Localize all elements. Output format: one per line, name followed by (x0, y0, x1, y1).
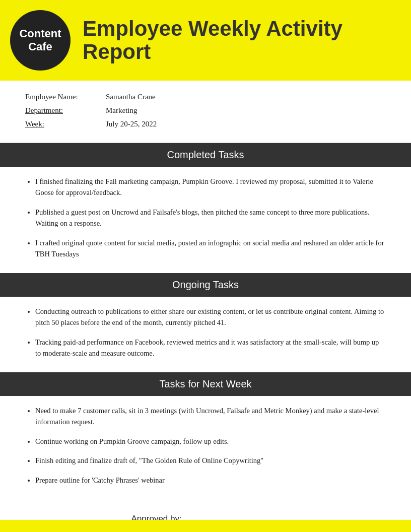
employee-value: Samantha Crane (106, 93, 156, 101)
department-label: Department: (25, 106, 106, 115)
department-value: Marketing (106, 106, 137, 115)
completed-tasks-header: Completed Tasks (0, 143, 411, 167)
week-label: Week: (25, 120, 106, 128)
week-row: Week: July 20-25, 2022 (25, 120, 386, 128)
list-item: Continue working on Pumpkin Groove campa… (35, 436, 386, 447)
department-row: Department: Marketing (25, 106, 386, 115)
list-item: Published a guest post on Uncrowd and Fa… (35, 207, 386, 229)
next-week-tasks-header: Tasks for Next Week (0, 372, 411, 396)
ongoing-tasks-list: Conducting outreach to publications to e… (0, 297, 411, 372)
info-section: Employee Name: Samantha Crane Department… (0, 81, 411, 143)
list-item: Prepare outline for 'Catchy Phrases' web… (35, 475, 386, 486)
week-value: July 20-25, 2022 (106, 120, 157, 128)
list-item: Conducting outreach to publications to e… (35, 306, 386, 328)
employee-row: Employee Name: Samantha Crane (25, 93, 386, 101)
logo-line2: Cafe (28, 40, 52, 53)
list-item: I crafted original quote content for soc… (35, 237, 386, 260)
bottom-bar (0, 520, 411, 532)
report-title: Employee Weekly Activity Report (83, 17, 397, 63)
list-item: Finish editing and finalize draft of, "T… (35, 455, 386, 466)
list-item: Need to make 7 customer calls, sit in 3 … (35, 405, 386, 428)
logo: Content Cafe (10, 10, 71, 71)
logo-line1: Content (19, 27, 61, 40)
next-week-tasks-list: Need to make 7 customer calls, sit in 3 … (0, 396, 411, 499)
ongoing-tasks-header: Ongoing Tasks (0, 273, 411, 297)
page-header: Content Cafe Employee Weekly Activity Re… (0, 0, 411, 81)
logo-text: Content Cafe (19, 27, 61, 54)
list-item: Tracking paid-ad performance on Facebook… (35, 337, 386, 359)
completed-tasks-list: I finished finalizing the Fall marketing… (0, 167, 411, 273)
list-item: I finished finalizing the Fall marketing… (35, 176, 386, 198)
employee-label: Employee Name: (25, 93, 106, 101)
